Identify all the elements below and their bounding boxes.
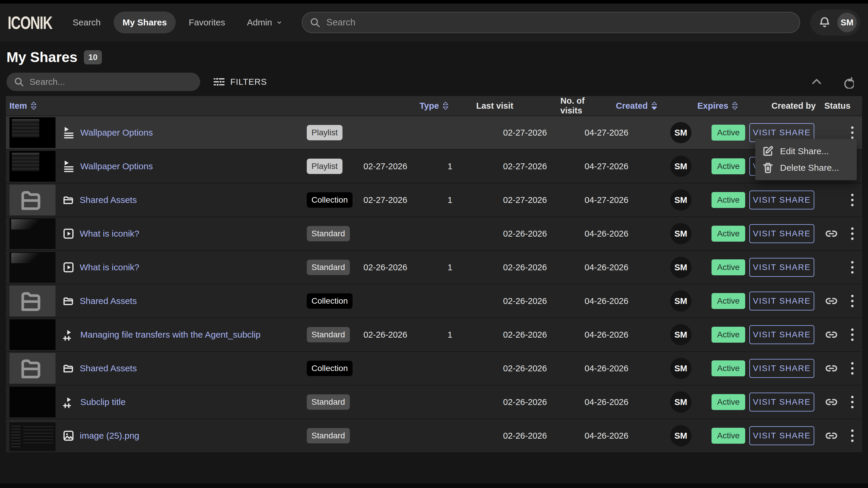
collapse-panel-button[interactable] [810,75,823,88]
item-name-link[interactable]: What is iconik? [80,262,140,272]
folder-icon [63,363,74,374]
row-menu-button[interactable] [843,194,862,206]
row-menu-button[interactable] [843,362,862,375]
created-by-avatar: SM [670,290,691,312]
item-name-link[interactable]: Shared Assets [80,363,137,373]
column-header-status: Status [818,101,862,111]
row-menu-button[interactable] [843,261,862,274]
item-thumbnail[interactable] [9,353,56,384]
table-row: Wallpaper Options Playlist 02-27-2026 1 … [6,150,862,183]
kebab-icon [851,362,854,375]
shares-search-bar[interactable] [6,73,200,91]
video-icon [63,261,74,273]
shares-count-badge: 10 [84,50,102,64]
global-search-input[interactable] [327,17,793,28]
item-name-link[interactable]: Subclip title [80,397,125,407]
visits-cell: 1 [441,195,493,205]
item-thumbnail[interactable] [9,151,56,182]
item-name-link[interactable]: What is iconik? [80,229,140,239]
nav-item-favorites[interactable]: Favorites [180,11,234,33]
created-by-avatar: SM [670,223,691,244]
notifications-bell-icon[interactable] [818,16,831,29]
visit-share-button[interactable]: VISIT SHARE [749,224,814,243]
visit-share-button[interactable]: VISIT SHARE [749,325,814,344]
kebab-icon [851,194,854,206]
sort-icon[interactable] [31,101,37,111]
status-badge: Active [712,428,745,444]
expires-cell: 04-26-2026 [574,330,656,340]
expires-cell: 04-27-2026 [574,128,656,138]
created-by-avatar: SM [670,156,691,177]
created-by-avatar: SM [670,189,691,211]
item-name-link[interactable]: Wallpaper Options [80,127,153,138]
last-visit-cell: 02-26-2026 [358,330,441,340]
context-menu-item-edit-share[interactable]: Edit Share... [755,143,857,160]
refresh-button[interactable] [840,75,854,89]
item-thumbnail[interactable] [9,420,56,451]
row-menu-button[interactable] [843,295,862,307]
sort-icon[interactable] [442,101,448,111]
visit-share-button[interactable]: VISIT SHARE [749,426,814,445]
status-badge: Active [712,394,745,410]
nav-item-my-shares[interactable]: My Shares [114,11,176,33]
status-badge: Active [712,158,745,174]
shares-search-input[interactable] [30,77,193,87]
row-menu-button[interactable] [843,430,862,442]
playlist-icon [63,160,75,173]
nav-item-search[interactable]: Search [64,11,110,33]
item-name-link[interactable]: Wallpaper Options [80,161,153,171]
column-header-createdby: Created by [769,101,818,111]
copy-link-icon[interactable] [825,362,838,375]
item-thumbnail[interactable] [9,319,56,350]
visit-share-button[interactable]: VISIT SHARE [749,258,814,277]
sort-icon[interactable] [732,101,738,111]
top-navbar: ICONIK Search My Shares Favorites Admin … [0,4,868,41]
item-thumbnail[interactable] [9,218,56,249]
row-menu-button[interactable] [843,396,862,408]
item-thumbnail[interactable] [9,184,56,216]
table-row: What is iconik? Standard 02-26-2026 04-2… [6,217,862,250]
created-cell: 02-26-2026 [493,431,574,441]
item-name-link[interactable]: image (25).png [80,431,140,441]
status-badge: Active [712,192,745,208]
status-badge: Active [712,125,745,141]
item-name-link[interactable]: Shared Assets [80,195,137,205]
row-menu-button[interactable] [843,328,862,341]
copy-link-icon[interactable] [825,396,838,408]
visits-cell: 1 [441,162,493,171]
visit-share-button[interactable]: VISIT SHARE [749,359,814,378]
item-thumbnail[interactable] [9,387,56,418]
sort-icon[interactable] [651,101,657,111]
expires-cell: 04-26-2026 [574,397,656,407]
filters-button[interactable]: FILTERS [213,76,267,88]
playlist-icon [63,126,75,139]
copy-link-icon[interactable] [825,294,838,308]
delete-icon [762,162,774,173]
row-menu-button[interactable] [843,227,862,240]
copy-link-icon[interactable] [825,328,838,341]
global-search-bar[interactable] [302,12,800,33]
row-menu-button[interactable] [843,126,862,139]
folder-icon [63,295,74,307]
visit-share-button[interactable]: VISIT SHARE [749,292,814,311]
created-by-avatar: SM [670,358,691,379]
item-thumbnail[interactable] [9,252,56,283]
created-cell: 02-26-2026 [493,296,574,306]
visit-share-button[interactable]: VISIT SHARE [749,191,814,209]
status-badge: Active [712,293,745,309]
iconik-logo: ICONIK [8,12,52,33]
item-thumbnail[interactable] [9,117,56,148]
item-thumbnail[interactable] [9,286,56,316]
nav-item-admin[interactable]: Admin [238,11,292,33]
context-menu-item-delete-share[interactable]: Delete Share... [755,160,857,176]
page-title: My Shares [6,49,78,65]
expires-cell: 04-27-2026 [574,162,656,171]
copy-link-icon[interactable] [825,227,838,240]
created-by-avatar: SM [670,324,691,345]
copy-link-icon[interactable] [825,429,838,442]
item-name-link[interactable]: Managing file transfers with the Agent_s… [80,330,260,340]
visit-share-button[interactable]: VISIT SHARE [749,393,814,411]
created-cell: 02-26-2026 [493,397,574,407]
user-avatar[interactable]: SM [837,13,857,32]
item-name-link[interactable]: Shared Assets [80,296,137,306]
